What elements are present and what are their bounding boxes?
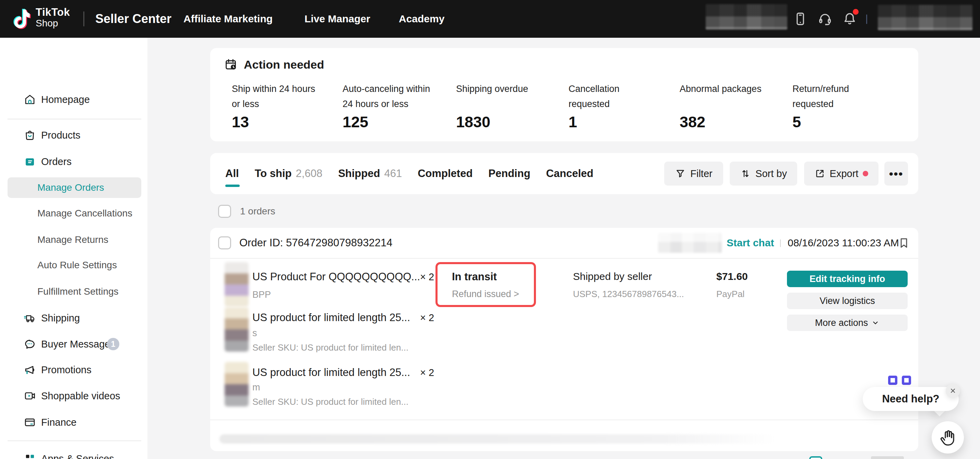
nav-academy[interactable]: Academy <box>399 0 444 38</box>
stat-auto-canceling[interactable]: Auto-canceling within 24 hours or less 1… <box>342 82 439 112</box>
product-variant: s <box>252 328 257 339</box>
sidebar-item-label: Promotions <box>41 364 92 376</box>
home-icon <box>24 93 36 106</box>
sidebar-item-label: Manage Orders <box>37 182 104 193</box>
select-all-checkbox[interactable] <box>218 205 231 218</box>
sidebar-item-manage-cancellations[interactable]: Manage Cancellations <box>0 202 148 224</box>
product-title: US Product For QQQQQQQQQQ... <box>252 271 420 283</box>
tab-all[interactable]: All <box>225 153 239 194</box>
order-id: Order ID: 576472980798932214 <box>239 228 392 258</box>
sidebar-item-promotions[interactable]: Promotions <box>0 359 148 381</box>
product-quantity: × 2 <box>420 312 434 324</box>
sidebar-item-orders[interactable]: Orders <box>0 151 148 172</box>
product-thumbnail <box>224 307 248 352</box>
action-needed-card: Action needed Ship within 24 hours or le… <box>210 48 918 141</box>
tracking-number: USPS, 123456789876543... <box>573 289 684 300</box>
nav-affiliate-marketing[interactable]: Affiliate Marketing <box>183 0 273 38</box>
product-quantity: × 2 <box>420 271 434 283</box>
product-thumbnail <box>224 362 248 406</box>
mobile-app-icon[interactable] <box>793 11 808 27</box>
order-status-tabs: All To ship 2,608 Shipped 461 Completed … <box>225 153 593 194</box>
sort-by-button[interactable]: Sort by <box>730 162 797 186</box>
order-amount: $71.60 <box>716 271 748 282</box>
order-timestamp: 08/16/2023 11:00:23 AM <box>788 228 899 258</box>
sidebar-item-label: Products <box>41 130 80 141</box>
sidebar-item-homepage[interactable]: Homepage <box>0 89 148 110</box>
start-chat-link[interactable]: Start chat <box>727 228 774 258</box>
sidebar-item-manage-returns[interactable]: Manage Returns <box>0 229 148 251</box>
tab-pending[interactable]: Pending <box>488 153 530 194</box>
chevron-down-icon <box>871 319 880 327</box>
tab-to-ship[interactable]: To ship 2,608 <box>255 153 323 194</box>
tab-completed[interactable]: Completed <box>418 153 473 194</box>
order-checkbox[interactable] <box>218 236 231 249</box>
bookmark-icon[interactable] <box>897 236 910 249</box>
active-tab-underline <box>225 185 240 187</box>
action-needed-title: Action needed <box>244 58 324 71</box>
stat-cancellation-requested[interactable]: Cancellation requested 1 <box>568 82 665 112</box>
view-logistics-button[interactable]: View logistics <box>787 293 908 309</box>
apps-grid-icon <box>24 453 36 459</box>
hand-icon <box>939 429 957 446</box>
tiktok-logo-icon[interactable] <box>13 6 32 31</box>
product-thumbnail <box>224 262 248 307</box>
sidebar-item-label: Manage Returns <box>37 234 108 245</box>
edit-tracking-info-button[interactable]: Edit tracking info <box>787 271 908 287</box>
chat-bubble-icon <box>24 338 36 350</box>
tiktok-shop-wordmark[interactable]: TikTok Shop <box>36 7 70 28</box>
stat-abnormal-packages[interactable]: Abnormal packages 382 <box>679 82 776 97</box>
tab-canceled[interactable]: Canceled <box>546 153 593 194</box>
truck-icon <box>24 312 36 324</box>
bell-icon[interactable] <box>842 11 857 27</box>
help-hand-button[interactable] <box>932 421 964 454</box>
more-actions-button[interactable]: More actions <box>787 315 908 331</box>
refund-issued-link[interactable]: Refund issued > <box>452 289 519 300</box>
select-all-row: 1 orders <box>218 205 275 218</box>
headset-icon[interactable] <box>818 11 832 27</box>
sidebar-item-apps-services[interactable]: Apps & Services <box>0 448 148 459</box>
product-quantity: × 2 <box>420 367 434 378</box>
sidebar-item-label: Manage Cancellations <box>37 208 132 219</box>
sidebar-item-label: Homepage <box>41 94 90 105</box>
filter-button[interactable]: Filter <box>664 162 723 186</box>
sidebar-item-auto-rule-settings[interactable]: Auto Rule Settings <box>0 254 148 276</box>
funnel-icon <box>675 168 686 179</box>
stat-shipping-overdue[interactable]: Shipping overdue 1830 <box>456 82 552 97</box>
sidebar-item-shoppable-videos[interactable]: Shoppable videos <box>0 385 148 407</box>
export-button[interactable]: Export <box>804 162 878 186</box>
calendar-clock-icon <box>224 57 238 71</box>
redacted-account[interactable] <box>878 5 972 30</box>
stat-return-refund-requested[interactable]: Return/refund requested 5 <box>792 82 888 112</box>
order-footer-divider <box>210 419 918 420</box>
stat-ship-within-24h[interactable]: Ship within 24 hours or less 13 <box>232 82 328 112</box>
sidebar-item-products[interactable]: Products <box>0 124 148 146</box>
sidebar-item-manage-orders[interactable]: Manage Orders <box>8 177 141 198</box>
logo-line2: Shop <box>36 18 70 28</box>
purple-squares-icon[interactable] <box>888 376 911 385</box>
redacted-buyer-name <box>658 233 722 253</box>
chat-widget-edge[interactable] <box>809 456 822 459</box>
status-highlight-box <box>436 262 536 307</box>
topbar-right-divider <box>866 14 867 24</box>
products-bag-icon <box>24 129 36 141</box>
product-title: US product for limited length 25... <box>252 367 410 379</box>
sidebar-item-label: Shoppable videos <box>41 390 120 402</box>
widget-edge <box>871 456 904 459</box>
sidebar-item-finance[interactable]: Finance <box>0 411 148 433</box>
sidebar-item-label: Shipping <box>41 312 80 324</box>
sidebar-item-fulfillment-settings[interactable]: Fulfillment Settings <box>0 280 148 303</box>
order-tabs-card: All To ship 2,608 Shipped 461 Completed … <box>210 153 918 194</box>
sidebar-item-buyer-messages[interactable]: Buyer Messages 1 <box>0 333 148 355</box>
topbar-divider <box>83 11 84 26</box>
credit-card-icon <box>24 416 36 429</box>
seller-center-app: TikTok Shop Seller Center Affiliate Mark… <box>0 0 980 459</box>
sidebar-item-shipping[interactable]: Shipping <box>0 307 148 329</box>
help-close-button[interactable] <box>946 384 960 398</box>
topbar: TikTok Shop Seller Center Affiliate Mark… <box>0 0 980 38</box>
tab-shipped[interactable]: Shipped 461 <box>338 153 402 194</box>
close-icon <box>950 387 956 394</box>
nav-live-manager[interactable]: Live Manager <box>304 0 370 38</box>
shipping-method: Shipped by seller <box>573 271 652 282</box>
more-tools-button[interactable]: ••• <box>885 162 908 186</box>
payment-method: PayPal <box>716 289 745 300</box>
